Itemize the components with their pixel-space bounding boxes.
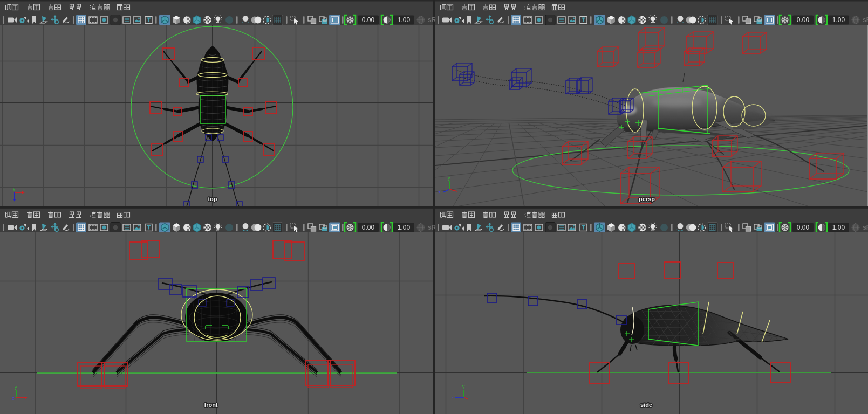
svg-text:0.00: 0.00 (362, 224, 375, 231)
svg-text:1.00: 1.00 (832, 16, 845, 24)
svg-text:z: z (451, 395, 454, 401)
svg-text:0.00: 0.00 (797, 16, 810, 24)
svg-text:1.00: 1.00 (832, 224, 845, 231)
svg-text:y: y (15, 384, 17, 390)
svg-text:z: z (438, 190, 441, 195)
svg-text:1.00: 1.00 (398, 224, 411, 231)
svg-text:z: z (12, 396, 15, 401)
svg-text:1.00: 1.00 (398, 16, 411, 24)
svg-text:y: y (13, 186, 16, 191)
svg-text:top: top (208, 196, 217, 202)
svg-text:side: side (640, 402, 652, 408)
svg-text:y: y (448, 175, 450, 181)
svg-text:sR: sR (863, 224, 868, 231)
svg-text:front: front (204, 402, 217, 408)
svg-text:0.00: 0.00 (362, 16, 375, 24)
svg-text:persp: persp (639, 196, 655, 202)
svg-text:y: y (462, 384, 465, 389)
svg-text:sR: sR (863, 16, 868, 24)
svg-text:0.00: 0.00 (797, 224, 810, 231)
